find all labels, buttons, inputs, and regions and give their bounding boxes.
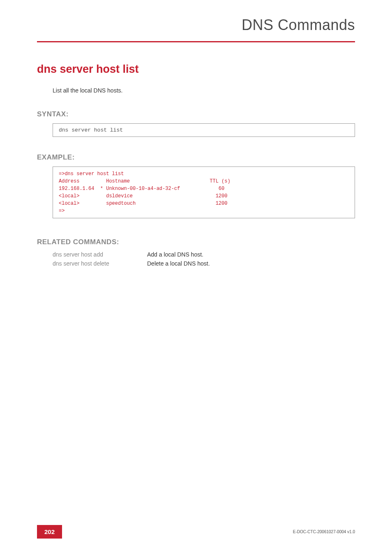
page-number-badge: 202 [37,525,62,539]
content-area: dns server host list List all the local … [0,42,392,267]
section-title: DNS Commands [0,16,355,34]
document-id: E-DOC-CTC-20061027-0004 v1.0 [293,530,355,534]
example-label: EXAMPLE: [37,153,355,162]
example-box: =>dns server host list Address Hostname … [53,166,355,218]
related-commands-label: RELATED COMMANDS: [37,238,355,246]
related-commands-table: dns server host add Add a local DNS host… [53,251,355,267]
page-header: DNS Commands [0,0,392,34]
syntax-box: dns server host list [53,123,355,137]
related-command-desc: Add a local DNS host. [147,251,203,258]
related-command-link[interactable]: dns server host delete [53,260,147,267]
related-command-link[interactable]: dns server host add [53,251,147,258]
related-row: dns server host delete Delete a local DN… [53,260,355,267]
related-row: dns server host add Add a local DNS host… [53,251,355,258]
related-command-desc: Delete a local DNS host. [147,260,210,267]
command-title: dns server host list [37,63,355,76]
syntax-label: SYNTAX: [37,110,355,118]
page-footer: 202 E-DOC-CTC-20061027-0004 v1.0 [0,525,392,539]
command-description: List all the local DNS hosts. [53,87,355,94]
